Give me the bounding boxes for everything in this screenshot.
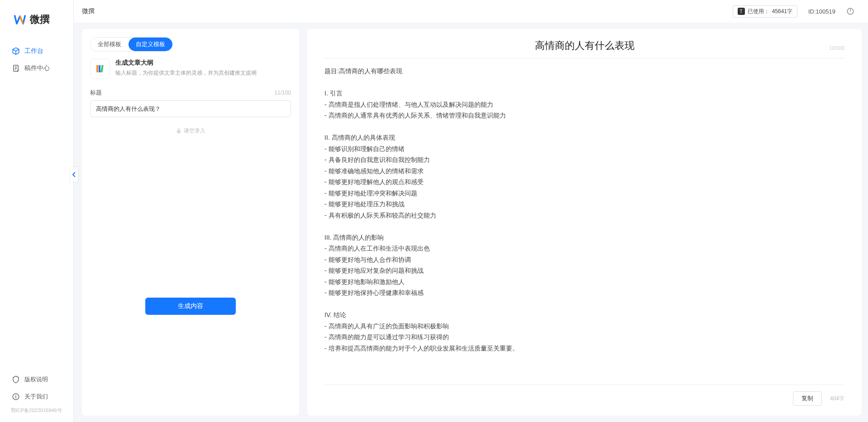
sidebar-item-label: 稿件中心 — [24, 64, 50, 72]
doc-icon — [12, 64, 20, 72]
books-icon — [95, 63, 105, 74]
divider — [324, 58, 844, 58]
cube-icon — [12, 47, 20, 55]
sidebar-item-label: 关于我们 — [24, 393, 48, 401]
usage-badge-icon: T — [738, 8, 745, 15]
sidebar-item-copyright[interactable]: 版权说明 — [0, 371, 73, 388]
sidebar-item-about[interactable]: 关于我们 — [0, 388, 73, 405]
title-input[interactable] — [90, 100, 291, 117]
mic-icon — [176, 128, 182, 134]
preview-body[interactable]: 题目:高情商的人有哪些表现 I. 引言 - 高情商是指人们处理情绪、与他人互动以… — [324, 66, 844, 379]
shield-icon — [12, 375, 20, 384]
template-card: 生成文章大纲 输入标题，为你提供文章主体的灵感，并为其创建推文提纲 — [90, 59, 291, 79]
main: 微撰 T 已使用： 45641字 ID:100519 全部模板 自定义模板 — [74, 0, 868, 422]
sidebar-item-drafts[interactable]: 稿件中心 — [0, 60, 73, 77]
logo-text: 微撰 — [30, 13, 50, 26]
svg-rect-5 — [100, 65, 103, 72]
collapse-sidebar-button[interactable] — [71, 167, 78, 182]
logo-mark — [14, 13, 26, 26]
svg-rect-3 — [96, 65, 98, 72]
usage-prefix: 已使用： — [748, 8, 769, 15]
power-icon[interactable] — [846, 7, 854, 15]
right-panel: 高情商的人有什么表现 10/100 题目:高情商的人有哪些表现 I. 引言 - … — [307, 29, 862, 416]
logo: 微撰 — [0, 0, 73, 35]
template-card-desc: 输入标题，为你提供文章主体的灵感，并为其创建推文提纲 — [115, 69, 257, 77]
sidebar-item-label: 版权说明 — [24, 375, 48, 384]
word-count: 404字 — [830, 395, 844, 403]
title-char-counter: 11/100 — [274, 90, 291, 96]
sidebar-item-workbench[interactable]: 工作台 — [0, 43, 73, 60]
sidebar: 微撰 工作台 稿件中心 版权说明 — [0, 0, 74, 422]
copy-button[interactable]: 复制 — [793, 391, 822, 406]
title-field-label: 标题 — [90, 89, 102, 97]
info-icon — [12, 393, 20, 401]
template-card-title: 生成文章大纲 — [115, 59, 257, 67]
icp-text: 鄂ICP备2022016946号 — [0, 405, 73, 418]
svg-rect-4 — [99, 65, 100, 72]
sidebar-bottom: 版权说明 关于我们 鄂ICP备2022016946号 — [0, 371, 73, 422]
sidebar-item-label: 工作台 — [24, 47, 43, 55]
template-tabs: 全部模板 自定义模板 — [90, 37, 173, 52]
svg-rect-6 — [178, 128, 180, 131]
usage-pill[interactable]: T 已使用： 45641字 — [733, 5, 797, 18]
sidebar-nav: 工作台 稿件中心 — [0, 35, 73, 371]
preview-title: 高情商的人有什么表现 — [324, 39, 844, 52]
voice-input-hint[interactable]: 请空录入 — [90, 127, 291, 135]
left-panel: 全部模板 自定义模板 生成文章大纲 输入标题，为你提供文章主体的灵感，并为其创建… — [82, 29, 299, 416]
user-id: ID:100519 — [808, 8, 835, 15]
preview-title-counter: 10/100 — [829, 45, 844, 51]
generate-button[interactable]: 生成内容 — [145, 298, 236, 315]
usage-value: 45641字 — [772, 8, 792, 15]
voice-hint-text: 请空录入 — [184, 127, 205, 135]
tab-all-templates[interactable]: 全部模板 — [91, 38, 129, 51]
tab-custom-templates[interactable]: 自定义模板 — [129, 38, 172, 51]
page-title: 微撰 — [82, 7, 95, 15]
topbar: 微撰 T 已使用： 45641字 ID:100519 — [74, 0, 868, 23]
template-card-icon — [90, 59, 110, 79]
